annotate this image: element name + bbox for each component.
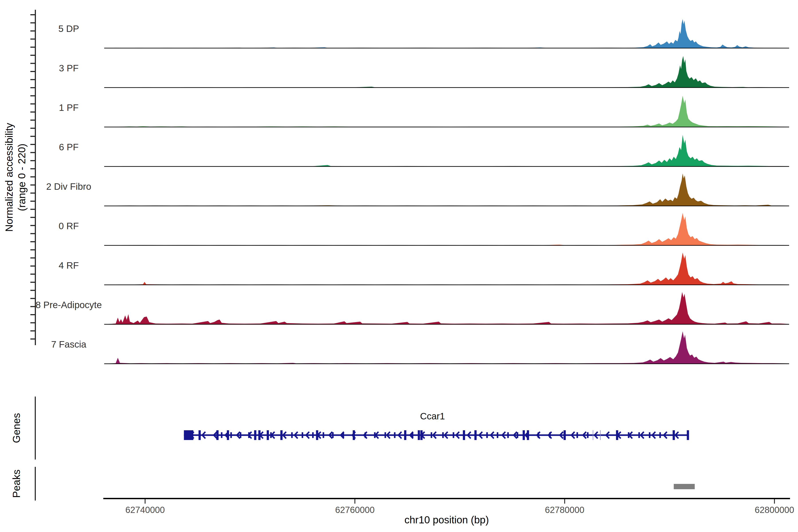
gene-exon-tall <box>418 430 420 440</box>
signal-area-1-pf <box>104 96 789 127</box>
gene-exon-tall <box>267 430 269 440</box>
track-label-7-fascia: 7 Fascia <box>22 339 115 350</box>
gene-exon-short <box>453 432 454 438</box>
gene-exon-short <box>659 432 661 438</box>
x-axis-tick-label: 62760000 <box>335 505 375 515</box>
gene-exon-tall <box>564 430 566 440</box>
y-axis-title-line2: (range 0 - 220) <box>16 123 28 232</box>
gene-exon-tall <box>404 430 406 440</box>
gene-exon-short <box>649 432 650 438</box>
signal-area-8-pre-adipocyte <box>104 292 789 324</box>
gene-exon-short <box>517 432 518 438</box>
track-label-1-pf: 1 PF <box>22 102 115 113</box>
gene-utr-box <box>184 430 193 440</box>
x-axis-title: chr10 position (bp) <box>404 514 489 526</box>
y-axis-title-line1: Normalized accessibility <box>3 123 16 232</box>
gene-exon-thin <box>593 430 593 440</box>
x-axis-tick-label: 62800000 <box>755 505 794 515</box>
gene-exon-thin <box>600 430 601 440</box>
gene-exon-short <box>442 432 444 438</box>
x-axis-tick-label: 62740000 <box>126 505 165 515</box>
gene-exon-short <box>240 432 241 438</box>
track-label-5-dp: 5 DP <box>22 23 115 34</box>
gene-name-label: Ccar1 <box>420 411 445 422</box>
gene-exon-short <box>302 432 303 438</box>
peak-region-bar <box>673 484 695 489</box>
gene-exon-tall <box>254 430 256 440</box>
y-axis-title: Normalized accessibility (range 0 - 220) <box>3 123 28 232</box>
track-label-0-rf: 0 RF <box>22 221 115 232</box>
gene-exon-short <box>497 432 498 438</box>
gene-exon-short <box>332 432 334 438</box>
gene-exon-tall <box>687 430 689 440</box>
track-label-8-pre-adipocyte: 8 Pre-Adipocyte <box>22 300 115 310</box>
gene-exon-short <box>221 432 222 438</box>
signal-area-2-div-fibro <box>104 174 789 206</box>
x-axis-tick-label: 62780000 <box>545 505 584 515</box>
gene-exon-tall <box>463 430 465 440</box>
peaks-section-label: Peaks <box>11 470 22 498</box>
signal-area-4-rf <box>104 252 789 285</box>
gene-exon-short <box>587 432 589 438</box>
gene-exon-short <box>385 432 386 438</box>
gene-exon-short <box>323 432 324 438</box>
track-label-4-rf: 4 RF <box>22 260 115 271</box>
signal-area-7-fascia <box>104 331 789 364</box>
gene-exon-short <box>507 432 509 438</box>
coverage-plot-figure: Normalized accessibility (range 0 - 220)… <box>0 0 798 532</box>
gene-exon-short <box>639 432 640 438</box>
gene-exon-tall <box>474 430 477 440</box>
signal-area-5-dp <box>104 19 789 48</box>
gene-exon-short <box>230 432 232 438</box>
gene-exon-short <box>312 432 314 438</box>
gene-exon-short <box>431 432 432 438</box>
gene-exon-short <box>291 432 293 438</box>
gene-exon-short <box>576 432 578 438</box>
track-label-2-div-fibro: 2 Div Fibro <box>22 181 115 192</box>
plot-canvas <box>0 0 798 532</box>
genes-section-label: Genes <box>11 413 22 443</box>
signal-area-0-rf <box>104 213 789 246</box>
track-label-6-pf: 6 PF <box>22 141 115 153</box>
track-label-3-pf: 3 PF <box>22 63 115 74</box>
gene-exon-short <box>394 432 396 438</box>
gene-exon-tall <box>198 430 201 440</box>
gene-exon-short <box>486 432 488 438</box>
signal-area-3-pf <box>104 56 789 88</box>
signal-area-6-pf <box>104 135 789 167</box>
